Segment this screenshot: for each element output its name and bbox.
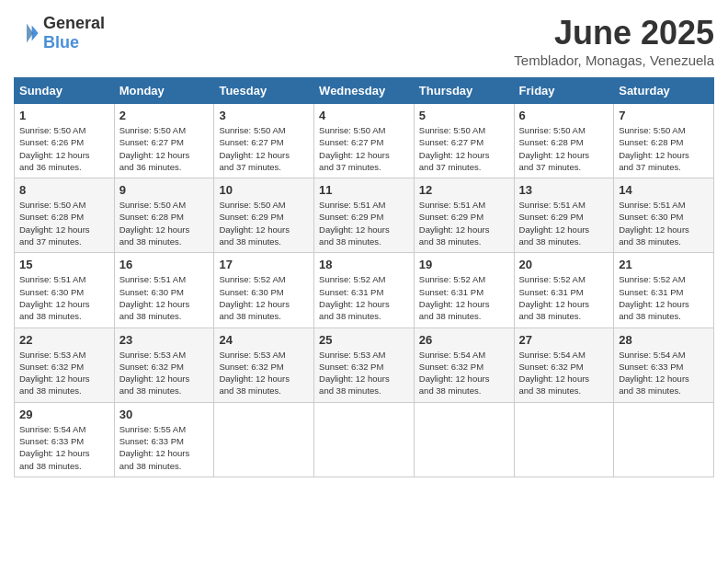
day-number: 18 <box>319 258 409 271</box>
calendar-cell: 2 Sunrise: 5:50 AMSunset: 6:27 PMDayligh… <box>114 104 214 178</box>
day-info: Sunrise: 5:51 AMSunset: 6:30 PMDaylight:… <box>119 273 210 322</box>
column-header-thursday: Thursday <box>414 78 514 104</box>
calendar-cell: 16 Sunrise: 5:51 AMSunset: 6:30 PMDaylig… <box>114 253 214 327</box>
calendar-cell <box>614 402 714 477</box>
calendar-body: 1 Sunrise: 5:50 AMSunset: 6:26 PMDayligh… <box>15 104 714 477</box>
day-number: 17 <box>219 258 309 271</box>
column-header-tuesday: Tuesday <box>214 78 314 104</box>
day-info: Sunrise: 5:55 AMSunset: 6:33 PMDaylight:… <box>119 423 210 472</box>
day-number: 8 <box>19 183 109 197</box>
day-info: Sunrise: 5:50 AMSunset: 6:28 PMDaylight:… <box>519 124 609 173</box>
calendar-cell: 26 Sunrise: 5:54 AMSunset: 6:32 PMDaylig… <box>414 327 514 402</box>
day-number: 7 <box>619 109 709 122</box>
day-info: Sunrise: 5:54 AMSunset: 6:32 PMDaylight:… <box>519 349 609 397</box>
logo-text-general: General <box>43 14 105 32</box>
calendar-cell <box>414 402 514 477</box>
calendar-cell: 5 Sunrise: 5:50 AMSunset: 6:27 PMDayligh… <box>414 104 514 178</box>
day-number: 28 <box>619 333 709 347</box>
calendar-cell: 29 Sunrise: 5:54 AMSunset: 6:33 PMDaylig… <box>15 402 115 477</box>
calendar-cell: 23 Sunrise: 5:53 AMSunset: 6:32 PMDaylig… <box>114 327 214 402</box>
title-area: June 2025 Temblador, Monagas, Venezuela <box>514 14 714 68</box>
day-number: 21 <box>619 258 709 271</box>
day-number: 11 <box>319 183 409 197</box>
day-number: 3 <box>219 109 309 122</box>
calendar-cell: 22 Sunrise: 5:53 AMSunset: 6:32 PMDaylig… <box>15 327 115 402</box>
day-info: Sunrise: 5:50 AMSunset: 6:29 PMDaylight:… <box>219 199 309 247</box>
day-info: Sunrise: 5:52 AMSunset: 6:31 PMDaylight:… <box>319 273 409 322</box>
calendar-cell: 3 Sunrise: 5:50 AMSunset: 6:27 PMDayligh… <box>214 104 314 178</box>
calendar-cell: 6 Sunrise: 5:50 AMSunset: 6:28 PMDayligh… <box>514 104 614 178</box>
day-number: 27 <box>519 333 609 347</box>
calendar-cell: 17 Sunrise: 5:52 AMSunset: 6:30 PMDaylig… <box>214 253 314 327</box>
day-info: Sunrise: 5:51 AMSunset: 6:29 PMDaylight:… <box>519 199 609 247</box>
calendar-cell: 13 Sunrise: 5:51 AMSunset: 6:29 PMDaylig… <box>514 178 614 253</box>
calendar-cell: 25 Sunrise: 5:53 AMSunset: 6:32 PMDaylig… <box>314 327 415 402</box>
day-info: Sunrise: 5:54 AMSunset: 6:33 PMDaylight:… <box>619 349 709 397</box>
day-number: 12 <box>419 183 509 197</box>
day-number: 1 <box>19 109 109 122</box>
calendar-cell: 27 Sunrise: 5:54 AMSunset: 6:32 PMDaylig… <box>514 327 614 402</box>
calendar-cell: 8 Sunrise: 5:50 AMSunset: 6:28 PMDayligh… <box>15 178 115 253</box>
day-number: 30 <box>119 408 210 421</box>
calendar-cell: 10 Sunrise: 5:50 AMSunset: 6:29 PMDaylig… <box>214 178 314 253</box>
calendar-cell: 21 Sunrise: 5:52 AMSunset: 6:31 PMDaylig… <box>614 253 714 327</box>
day-info: Sunrise: 5:52 AMSunset: 6:31 PMDaylight:… <box>619 273 709 322</box>
day-number: 29 <box>19 408 109 421</box>
day-number: 16 <box>119 258 210 271</box>
day-number: 22 <box>19 333 109 347</box>
day-number: 15 <box>19 258 109 271</box>
day-info: Sunrise: 5:50 AMSunset: 6:28 PMDaylight:… <box>619 124 709 173</box>
calendar-cell: 24 Sunrise: 5:53 AMSunset: 6:32 PMDaylig… <box>214 327 314 402</box>
day-info: Sunrise: 5:53 AMSunset: 6:32 PMDaylight:… <box>219 349 309 397</box>
day-info: Sunrise: 5:50 AMSunset: 6:27 PMDaylight:… <box>419 124 509 173</box>
calendar-cell: 30 Sunrise: 5:55 AMSunset: 6:33 PMDaylig… <box>114 402 214 477</box>
logo-text-blue: Blue <box>43 33 79 52</box>
day-number: 13 <box>519 183 609 197</box>
day-info: Sunrise: 5:50 AMSunset: 6:27 PMDaylight:… <box>119 124 210 173</box>
calendar-cell: 4 Sunrise: 5:50 AMSunset: 6:27 PMDayligh… <box>314 104 415 178</box>
day-info: Sunrise: 5:53 AMSunset: 6:32 PMDaylight:… <box>119 349 210 397</box>
day-info: Sunrise: 5:51 AMSunset: 6:30 PMDaylight:… <box>19 273 109 322</box>
calendar-cell: 7 Sunrise: 5:50 AMSunset: 6:28 PMDayligh… <box>614 104 714 178</box>
day-info: Sunrise: 5:52 AMSunset: 6:31 PMDaylight:… <box>519 273 609 322</box>
calendar-cell: 14 Sunrise: 5:51 AMSunset: 6:30 PMDaylig… <box>614 178 714 253</box>
calendar-cell: 19 Sunrise: 5:52 AMSunset: 6:31 PMDaylig… <box>414 253 514 327</box>
day-number: 5 <box>419 109 509 122</box>
calendar-cell: 12 Sunrise: 5:51 AMSunset: 6:29 PMDaylig… <box>414 178 514 253</box>
day-number: 14 <box>619 183 709 197</box>
day-number: 10 <box>219 183 309 197</box>
week-row-1: 1 Sunrise: 5:50 AMSunset: 6:26 PMDayligh… <box>15 104 714 178</box>
calendar-cell <box>314 402 415 477</box>
day-info: Sunrise: 5:50 AMSunset: 6:28 PMDaylight:… <box>19 199 109 247</box>
day-number: 4 <box>319 109 409 122</box>
day-info: Sunrise: 5:54 AMSunset: 6:32 PMDaylight:… <box>419 349 509 397</box>
calendar-cell <box>214 402 314 477</box>
logo-icon <box>14 20 40 46</box>
month-title: June 2025 <box>514 14 714 52</box>
day-number: 19 <box>419 258 509 271</box>
day-info: Sunrise: 5:50 AMSunset: 6:27 PMDaylight:… <box>219 124 309 173</box>
column-header-saturday: Saturday <box>614 78 714 104</box>
week-row-2: 8 Sunrise: 5:50 AMSunset: 6:28 PMDayligh… <box>15 178 714 253</box>
calendar-header-row: SundayMondayTuesdayWednesdayThursdayFrid… <box>15 78 714 104</box>
day-info: Sunrise: 5:52 AMSunset: 6:31 PMDaylight:… <box>419 273 509 322</box>
week-row-4: 22 Sunrise: 5:53 AMSunset: 6:32 PMDaylig… <box>15 327 714 402</box>
day-info: Sunrise: 5:51 AMSunset: 6:29 PMDaylight:… <box>419 199 509 247</box>
day-info: Sunrise: 5:50 AMSunset: 6:28 PMDaylight:… <box>119 199 210 247</box>
day-number: 23 <box>119 333 210 347</box>
day-number: 6 <box>519 109 609 122</box>
calendar-cell: 18 Sunrise: 5:52 AMSunset: 6:31 PMDaylig… <box>314 253 415 327</box>
day-info: Sunrise: 5:52 AMSunset: 6:30 PMDaylight:… <box>219 273 309 322</box>
day-number: 2 <box>119 109 210 122</box>
day-number: 24 <box>219 333 309 347</box>
logo: General Blue <box>14 14 105 52</box>
calendar-cell: 28 Sunrise: 5:54 AMSunset: 6:33 PMDaylig… <box>614 327 714 402</box>
calendar-cell: 11 Sunrise: 5:51 AMSunset: 6:29 PMDaylig… <box>314 178 415 253</box>
day-info: Sunrise: 5:50 AMSunset: 6:26 PMDaylight:… <box>19 124 109 173</box>
day-info: Sunrise: 5:51 AMSunset: 6:29 PMDaylight:… <box>319 199 409 247</box>
day-info: Sunrise: 5:51 AMSunset: 6:30 PMDaylight:… <box>619 199 709 247</box>
day-info: Sunrise: 5:50 AMSunset: 6:27 PMDaylight:… <box>319 124 409 173</box>
day-number: 25 <box>319 333 409 347</box>
week-row-3: 15 Sunrise: 5:51 AMSunset: 6:30 PMDaylig… <box>15 253 714 327</box>
location-title: Temblador, Monagas, Venezuela <box>514 52 714 68</box>
